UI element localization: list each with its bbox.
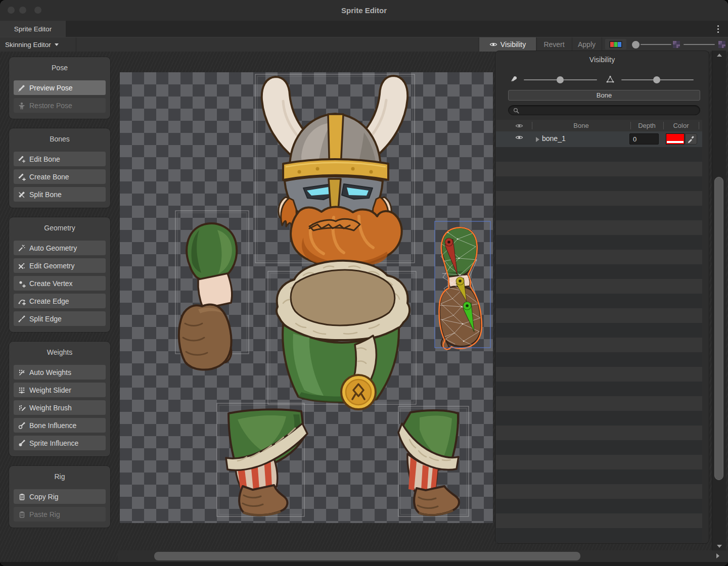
- mesh-opacity-slider-handle[interactable]: [653, 76, 660, 83]
- restore-pose-button[interactable]: Restore Pose: [14, 98, 106, 113]
- search-input[interactable]: [522, 106, 696, 114]
- pose-restore-icon: [18, 102, 26, 110]
- split-bone-button[interactable]: Split Bone: [14, 187, 106, 202]
- bone-table-header: Bone Depth Color: [496, 120, 702, 132]
- list-row: [496, 484, 702, 499]
- edit-geometry-button[interactable]: Edit Geometry: [14, 258, 106, 273]
- weights-auto-icon: [18, 368, 26, 376]
- geo-edit-icon: [18, 262, 26, 270]
- divider: [602, 37, 602, 52]
- button-label: Edit Bone: [29, 155, 60, 163]
- list-row: [496, 338, 702, 352]
- visibility-panel: Visibility Bone Bone Depth Color bone_1: [495, 51, 709, 544]
- scroll-down-icon[interactable]: [717, 545, 722, 548]
- kebab-menu-icon[interactable]: [717, 25, 719, 27]
- sprite-opacity-icon: [673, 41, 680, 48]
- vertical-scrollbar-thumb[interactable]: [714, 177, 723, 480]
- mesh-opacity-icon: [606, 75, 614, 83]
- visibility-panel-title: Visibility: [495, 56, 709, 64]
- button-label: Preview Pose: [29, 84, 73, 92]
- button-label: Bone Influence: [29, 421, 76, 430]
- sprite-influence-icon: [18, 439, 26, 447]
- bone-visibility-eye-icon[interactable]: [515, 133, 523, 142]
- preview-pose-button[interactable]: Preview Pose: [14, 80, 106, 95]
- list-row: [496, 191, 702, 206]
- chevron-down-icon: [55, 43, 59, 46]
- editor-mode-dropdown[interactable]: Skinning Editor: [0, 37, 64, 52]
- button-label: Create Vertex: [29, 279, 73, 288]
- group-title: Geometry: [14, 219, 106, 238]
- search-field[interactable]: [508, 105, 700, 115]
- bone-depth-field[interactable]: [629, 133, 659, 145]
- group-title: Pose: [14, 59, 106, 77]
- bone-opacity-slider-handle[interactable]: [557, 76, 564, 83]
- column-color[interactable]: Color: [663, 120, 699, 131]
- tab-sprite-editor[interactable]: Sprite Editor: [0, 21, 66, 37]
- weight-slider-icon: [18, 386, 26, 394]
- scroll-up-icon[interactable]: [717, 54, 722, 57]
- paste-rig-button[interactable]: Paste Rig: [14, 507, 106, 522]
- column-bone[interactable]: Bone: [532, 120, 630, 131]
- list-row: [496, 426, 702, 440]
- create-bone-button[interactable]: Create Bone: [14, 169, 106, 184]
- texture-opacity-slider-track[interactable]: [684, 44, 715, 45]
- weight-slider-button[interactable]: Weight Slider: [14, 383, 106, 397]
- list-row: [496, 396, 702, 411]
- rgb-channels-button[interactable]: [605, 39, 626, 50]
- weight-brush-icon: [18, 404, 26, 412]
- sprite-arm-mitten[interactable]: [179, 223, 237, 369]
- create-edge-button[interactable]: Create Edge: [14, 294, 106, 308]
- list-row: [496, 294, 702, 308]
- apply-button[interactable]: Apply: [572, 37, 601, 52]
- bone-influence-icon: [18, 421, 26, 430]
- sprite-opacity-slider-track[interactable]: [641, 44, 671, 45]
- list-row: [496, 250, 702, 264]
- weight-brush-button[interactable]: Weight Brush: [14, 400, 106, 415]
- group-title: Weights: [14, 344, 106, 362]
- edit-bone-button[interactable]: Edit Bone: [14, 152, 106, 166]
- auto-geometry-button[interactable]: Auto Geometry: [14, 241, 106, 255]
- sprite-rigged-forearm[interactable]: [439, 227, 481, 349]
- revert-button[interactable]: Revert: [537, 37, 571, 52]
- list-row: [496, 455, 702, 469]
- bone-category-button[interactable]: Bone: [508, 90, 700, 101]
- vertex-create-icon: [18, 279, 26, 288]
- sprite-opacity-slider-handle[interactable]: [632, 41, 640, 49]
- auto-weights-button[interactable]: Auto Weights: [14, 365, 106, 380]
- bone-edit-icon: [18, 155, 26, 163]
- visibility-toggle-button[interactable]: Visibility: [479, 37, 536, 52]
- expander-icon[interactable]: [536, 137, 539, 142]
- list-row: [496, 162, 702, 176]
- group-title: Bones: [14, 130, 106, 149]
- list-row: [496, 235, 702, 250]
- eyedropper-icon: [687, 135, 695, 143]
- sprite-left-leg[interactable]: [226, 409, 307, 516]
- title-bar: Sprite Editor: [0, 0, 728, 21]
- button-label: Weight Slider: [29, 386, 71, 394]
- tool-group-pose: PosePreview PoseRestore Pose: [9, 57, 110, 119]
- list-row: [496, 308, 702, 323]
- list-row: [496, 367, 702, 382]
- column-depth[interactable]: Depth: [630, 120, 663, 131]
- group-title: Rig: [14, 468, 106, 486]
- sprite-torso[interactable]: [277, 261, 410, 409]
- copy-rig-button[interactable]: Copy Rig: [14, 489, 106, 504]
- list-row: [496, 176, 702, 191]
- bone-name[interactable]: bone_1: [542, 134, 566, 143]
- button-label: Weight Brush: [29, 404, 72, 412]
- create-vertex-button[interactable]: Create Vertex: [14, 276, 106, 291]
- sprite-viking-head[interactable]: [262, 76, 408, 267]
- sprite-influence-button[interactable]: Sprite Influence: [14, 436, 106, 450]
- button-label: Split Edge: [29, 315, 62, 323]
- tool-group-bones: BonesEdit BoneCreate BoneSplit Bone: [9, 128, 110, 208]
- bone-influence-button[interactable]: Bone Influence: [14, 418, 106, 433]
- bone-row[interactable]: bone_1: [496, 131, 702, 147]
- horizontal-scrollbar-thumb[interactable]: [154, 552, 580, 560]
- list-row: [496, 440, 702, 455]
- split-edge-button[interactable]: Split Edge: [14, 311, 106, 326]
- sprite-right-leg[interactable]: [398, 410, 459, 516]
- list-row: [496, 323, 702, 338]
- scroll-right-icon[interactable]: [716, 553, 719, 558]
- eyedropper-button[interactable]: [685, 133, 697, 145]
- bone-color-swatch[interactable]: [666, 133, 685, 145]
